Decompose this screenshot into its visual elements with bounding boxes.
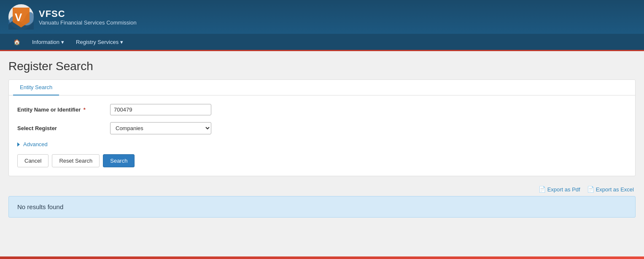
svg-text:V: V — [15, 11, 22, 24]
tabs: Entity Search — [9, 80, 635, 95]
search-button[interactable]: Search — [103, 154, 135, 167]
main-content: Register Search Entity Search Entity Nam… — [0, 51, 644, 226]
org-subtitle: Vanuatu Financial Services Commission — [39, 19, 137, 26]
home-icon: 🏠 — [13, 39, 20, 45]
logo-icon: V — [8, 4, 34, 30]
pdf-icon: 📄 — [539, 186, 546, 193]
header: V VFSC Vanuatu Financial Services Commis… — [0, 0, 644, 51]
select-register-label: Select Register — [17, 125, 110, 131]
arrow-right-icon — [17, 142, 20, 147]
org-name: VFSC — [39, 8, 137, 19]
footer-bar — [0, 256, 644, 259]
form-area: Entity Name or Identifier * Select Regis… — [9, 95, 635, 176]
no-results-text: No results found — [17, 203, 63, 210]
search-panel: Entity Search Entity Name or Identifier … — [8, 79, 636, 176]
advanced-link[interactable]: Advanced — [17, 141, 627, 147]
required-indicator: * — [82, 106, 86, 113]
cancel-button[interactable]: Cancel — [17, 154, 49, 167]
entity-name-label: Entity Name or Identifier * — [17, 106, 110, 113]
no-results-banner: No results found — [8, 196, 636, 218]
entity-name-row: Entity Name or Identifier * — [17, 104, 627, 115]
button-row: Cancel Reset Search Search — [17, 154, 627, 167]
advanced-section: Advanced — [17, 141, 627, 147]
nav-home[interactable]: 🏠 — [8, 35, 25, 49]
nav-bar: 🏠 Information ▾ Registry Services ▾ — [0, 34, 644, 50]
nav-information-label: Information — [32, 39, 59, 45]
page-title: Register Search — [8, 60, 636, 73]
org-title: VFSC Vanuatu Financial Services Commissi… — [39, 8, 137, 26]
export-bar: 📄 Export as Pdf 📄 Export as Excel — [8, 183, 636, 196]
export-excel-link[interactable]: 📄 Export as Excel — [587, 186, 634, 193]
nav-registry-services-label: Registry Services — [76, 39, 119, 45]
nav-registry-services[interactable]: Registry Services ▾ — [71, 35, 128, 49]
chevron-down-icon-2: ▾ — [120, 39, 123, 45]
select-register-dropdown[interactable]: Companies Partnerships Business Names As… — [110, 122, 211, 134]
chevron-down-icon: ▾ — [61, 39, 64, 45]
select-register-row: Select Register Companies Partnerships B… — [17, 122, 627, 134]
page-title-text: Register Search — [8, 60, 93, 73]
entity-name-input[interactable] — [110, 104, 211, 115]
nav-information[interactable]: Information ▾ — [27, 35, 69, 49]
header-top: V VFSC Vanuatu Financial Services Commis… — [0, 0, 644, 34]
tab-entity-search[interactable]: Entity Search — [13, 80, 59, 95]
excel-icon: 📄 — [587, 186, 594, 193]
logo-area: V VFSC Vanuatu Financial Services Commis… — [8, 4, 137, 30]
reset-search-button[interactable]: Reset Search — [52, 154, 100, 167]
export-pdf-link[interactable]: 📄 Export as Pdf — [539, 186, 580, 193]
